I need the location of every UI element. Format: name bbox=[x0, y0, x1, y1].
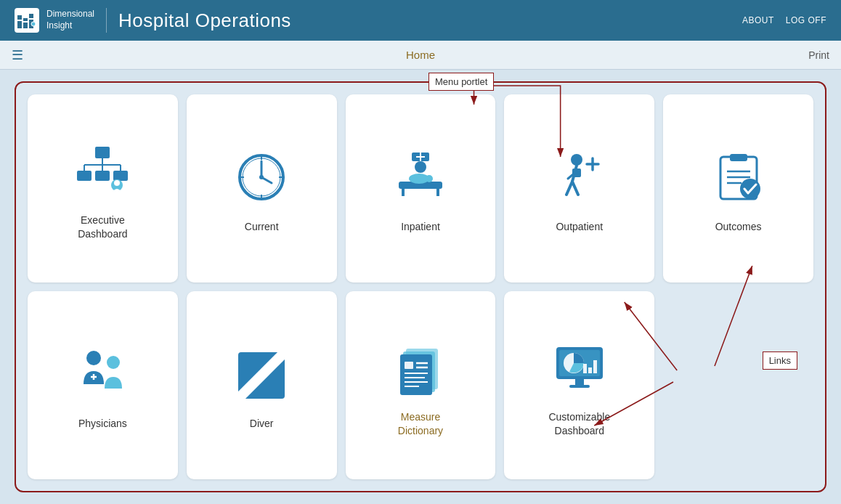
outcomes-icon bbox=[706, 146, 771, 211]
svg-point-39 bbox=[571, 154, 582, 166]
logo-text: DimensionalInsight bbox=[46, 9, 94, 31]
tile-outpatient[interactable]: Outpatient bbox=[504, 94, 654, 283]
main-content: Menu portlet Links bbox=[0, 70, 841, 504]
svg-point-53 bbox=[86, 351, 101, 365]
menu-portlet-annotation: Menu portlet bbox=[428, 73, 494, 91]
svg-rect-17 bbox=[95, 171, 110, 181]
svg-rect-71 bbox=[575, 379, 584, 385]
diver-icon bbox=[229, 343, 294, 408]
page-title: Hospital Operations bbox=[118, 9, 291, 32]
logo-icon bbox=[15, 8, 39, 33]
svg-line-44 bbox=[572, 182, 578, 195]
svg-rect-1 bbox=[17, 15, 22, 20]
svg-line-43 bbox=[566, 182, 572, 195]
physicians-icon bbox=[70, 343, 135, 408]
diver-label: Diver bbox=[250, 417, 274, 430]
svg-rect-4 bbox=[23, 23, 28, 28]
svg-rect-5 bbox=[29, 14, 33, 18]
svg-point-20 bbox=[114, 180, 120, 186]
measure-dictionary-icon bbox=[388, 336, 453, 402]
svg-rect-62 bbox=[405, 362, 413, 369]
tile-customizable-dashboard[interactable]: CustomizableDashboard bbox=[504, 291, 654, 479]
tile-measure-dictionary[interactable]: MeasureDictionary bbox=[346, 291, 496, 479]
customizable-dashboard-icon bbox=[547, 336, 612, 402]
svg-point-52 bbox=[740, 179, 760, 199]
tile-executive-dashboard[interactable]: ExecutiveDashboard bbox=[28, 94, 178, 283]
outcomes-label: Outcomes bbox=[715, 220, 762, 233]
toolbar: ☰ Home Print bbox=[0, 41, 841, 70]
physicians-label: Physicians bbox=[78, 417, 127, 430]
tile-inpatient[interactable]: Inpatient bbox=[346, 94, 496, 283]
svg-point-29 bbox=[259, 175, 264, 179]
measure-dictionary-label: MeasureDictionary bbox=[398, 410, 443, 436]
tile-physicians[interactable]: Physicians bbox=[28, 291, 178, 479]
tile-outcomes[interactable]: Outcomes bbox=[663, 94, 813, 283]
outpatient-icon bbox=[547, 146, 612, 211]
menu-portlet-grid: ExecutiveDashboard Curren bbox=[15, 81, 826, 492]
svg-rect-10 bbox=[95, 147, 110, 158]
svg-point-33 bbox=[415, 161, 426, 173]
print-button[interactable]: Print bbox=[808, 49, 829, 61]
svg-rect-18 bbox=[113, 171, 128, 181]
tile-empty-slot bbox=[663, 291, 813, 479]
customizable-dashboard-label: CustomizableDashboard bbox=[548, 410, 610, 436]
svg-rect-75 bbox=[593, 360, 597, 373]
header-actions: ABOUT LOG OFF bbox=[742, 15, 826, 25]
svg-rect-76 bbox=[583, 364, 587, 373]
tile-current[interactable]: Current bbox=[187, 94, 337, 283]
logout-button[interactable]: LOG OFF bbox=[786, 15, 826, 25]
svg-point-36 bbox=[426, 175, 433, 182]
svg-rect-48 bbox=[730, 154, 747, 161]
svg-rect-61 bbox=[400, 354, 432, 395]
svg-rect-16 bbox=[77, 171, 92, 181]
header: DimensionalInsight Hospital Operations A… bbox=[0, 0, 841, 41]
svg-rect-38 bbox=[436, 189, 439, 196]
about-button[interactable]: ABOUT bbox=[742, 15, 774, 25]
inpatient-icon bbox=[388, 146, 453, 211]
svg-rect-72 bbox=[569, 385, 590, 388]
menu-button[interactable]: ☰ bbox=[12, 47, 23, 63]
svg-point-56 bbox=[107, 356, 120, 369]
svg-rect-2 bbox=[17, 21, 22, 28]
svg-rect-74 bbox=[588, 367, 592, 373]
home-link[interactable]: Home bbox=[406, 49, 435, 61]
executive-dashboard-icon bbox=[70, 139, 135, 205]
links-annotation: Links bbox=[763, 351, 797, 370]
current-label: Current bbox=[245, 220, 279, 233]
svg-point-7 bbox=[31, 22, 36, 26]
tile-diver[interactable]: Diver bbox=[187, 291, 337, 479]
logo: DimensionalInsight bbox=[15, 8, 107, 33]
svg-rect-37 bbox=[402, 189, 405, 196]
outpatient-label: Outpatient bbox=[556, 220, 603, 233]
inpatient-label: Inpatient bbox=[401, 220, 440, 233]
svg-rect-3 bbox=[23, 18, 28, 21]
executive-dashboard-label: ExecutiveDashboard bbox=[78, 214, 128, 240]
current-icon bbox=[229, 146, 294, 211]
